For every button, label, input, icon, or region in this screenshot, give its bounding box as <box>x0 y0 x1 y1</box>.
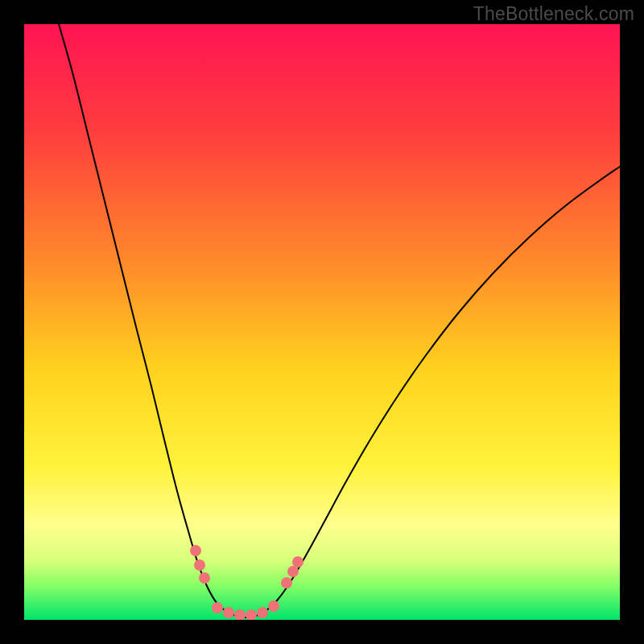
marker-point <box>223 607 234 618</box>
marker-point <box>194 559 205 571</box>
marker-point <box>268 601 279 612</box>
marker-point <box>287 566 299 577</box>
plot-area <box>24 24 620 620</box>
marker-point <box>257 607 268 618</box>
chart-frame: TheBottleneck.com <box>0 0 644 644</box>
marker-point <box>199 572 210 584</box>
marker-point <box>190 545 201 556</box>
marker-point <box>281 577 292 588</box>
marker-point <box>292 556 303 568</box>
chart-svg <box>24 24 620 620</box>
background-gradient <box>24 24 620 620</box>
marker-point <box>212 602 223 613</box>
watermark-text: TheBottleneck.com <box>473 3 634 25</box>
